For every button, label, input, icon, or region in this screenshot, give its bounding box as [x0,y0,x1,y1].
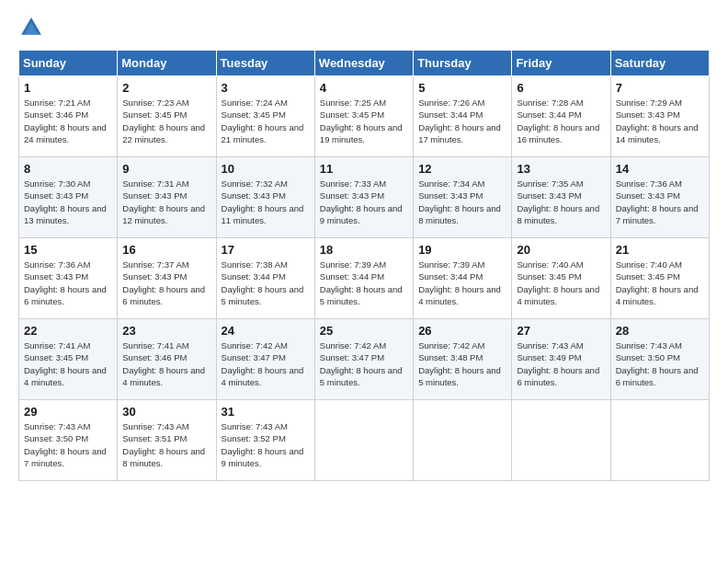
day-number: 10 [222,162,310,176]
header-cell-monday: Monday [118,51,216,76]
day-cell: 7 Sunrise: 7:29 AM Sunset: 3:43 PM Dayli… [610,76,709,157]
day-cell: 9 Sunrise: 7:31 AM Sunset: 3:43 PM Dayli… [118,157,216,238]
day-number: 11 [320,162,408,176]
day-cell: 4 Sunrise: 7:25 AM Sunset: 3:45 PM Dayli… [314,76,413,157]
day-info: Sunrise: 7:41 AM Sunset: 3:45 PM Dayligh… [24,339,112,388]
day-number: 22 [24,324,112,338]
day-cell: 21 Sunrise: 7:40 AM Sunset: 3:45 PM Dayl… [610,238,709,319]
day-cell: 19 Sunrise: 7:39 AM Sunset: 3:44 PM Dayl… [414,238,512,319]
day-cell: 8 Sunrise: 7:30 AM Sunset: 3:43 PM Dayli… [19,157,118,238]
header-cell-tuesday: Tuesday [216,51,314,76]
calendar-header: SundayMondayTuesdayWednesdayThursdayFrid… [19,51,710,76]
day-info: Sunrise: 7:31 AM Sunset: 3:43 PM Dayligh… [122,178,210,226]
day-number: 30 [122,405,210,419]
day-cell: 20 Sunrise: 7:40 AM Sunset: 3:45 PM Dayl… [512,238,610,319]
day-info: Sunrise: 7:34 AM Sunset: 3:43 PM Dayligh… [418,178,506,226]
day-info: Sunrise: 7:39 AM Sunset: 3:44 PM Dayligh… [418,259,506,307]
day-number: 6 [517,81,605,95]
day-cell [610,400,709,481]
day-info: Sunrise: 7:32 AM Sunset: 3:43 PM Dayligh… [222,178,310,226]
day-cell: 15 Sunrise: 7:36 AM Sunset: 3:43 PM Dayl… [19,238,118,319]
day-cell: 18 Sunrise: 7:39 AM Sunset: 3:44 PM Dayl… [314,238,413,319]
day-info: Sunrise: 7:43 AM Sunset: 3:52 PM Dayligh… [222,420,310,469]
day-info: Sunrise: 7:43 AM Sunset: 3:50 PM Dayligh… [24,420,112,469]
day-number: 1 [24,81,112,95]
day-number: 12 [418,162,506,176]
day-info: Sunrise: 7:41 AM Sunset: 3:46 PM Dayligh… [122,339,210,388]
day-number: 28 [616,324,704,338]
day-number: 29 [24,405,112,419]
day-info: Sunrise: 7:40 AM Sunset: 3:45 PM Dayligh… [616,259,704,307]
day-info: Sunrise: 7:26 AM Sunset: 3:44 PM Dayligh… [418,97,506,145]
day-cell: 12 Sunrise: 7:34 AM Sunset: 3:43 PM Dayl… [414,157,512,238]
day-cell: 10 Sunrise: 7:32 AM Sunset: 3:43 PM Dayl… [216,157,314,238]
day-info: Sunrise: 7:43 AM Sunset: 3:50 PM Dayligh… [616,339,704,388]
day-info: Sunrise: 7:33 AM Sunset: 3:43 PM Dayligh… [320,178,408,226]
day-number: 7 [616,81,704,95]
day-number: 26 [418,324,506,338]
day-cell: 25 Sunrise: 7:42 AM Sunset: 3:47 PM Dayl… [314,319,413,400]
header-row: SundayMondayTuesdayWednesdayThursdayFrid… [19,51,710,76]
header [18,15,710,40]
day-number: 19 [418,243,506,257]
day-cell: 2 Sunrise: 7:23 AM Sunset: 3:45 PM Dayli… [118,76,216,157]
day-info: Sunrise: 7:36 AM Sunset: 3:43 PM Dayligh… [616,178,704,226]
day-cell: 24 Sunrise: 7:42 AM Sunset: 3:47 PM Dayl… [216,319,314,400]
day-cell: 29 Sunrise: 7:43 AM Sunset: 3:50 PM Dayl… [19,400,118,481]
day-number: 31 [222,405,310,419]
day-number: 3 [222,81,310,95]
day-number: 8 [24,162,112,176]
day-number: 23 [122,324,210,338]
day-number: 13 [517,162,605,176]
week-row-3: 15 Sunrise: 7:36 AM Sunset: 3:43 PM Dayl… [19,238,710,319]
day-number: 4 [320,81,408,95]
day-number: 18 [320,243,408,257]
day-cell: 16 Sunrise: 7:37 AM Sunset: 3:43 PM Dayl… [118,238,216,319]
day-number: 5 [418,81,506,95]
day-info: Sunrise: 7:36 AM Sunset: 3:43 PM Dayligh… [24,259,112,307]
day-number: 9 [122,162,210,176]
day-cell: 26 Sunrise: 7:42 AM Sunset: 3:48 PM Dayl… [414,319,512,400]
week-row-4: 22 Sunrise: 7:41 AM Sunset: 3:45 PM Dayl… [19,319,710,400]
day-info: Sunrise: 7:28 AM Sunset: 3:44 PM Dayligh… [517,97,605,145]
week-row-1: 1 Sunrise: 7:21 AM Sunset: 3:46 PM Dayli… [19,76,710,157]
day-cell: 28 Sunrise: 7:43 AM Sunset: 3:50 PM Dayl… [610,319,709,400]
day-info: Sunrise: 7:24 AM Sunset: 3:45 PM Dayligh… [222,97,310,145]
day-number: 2 [122,81,210,95]
header-cell-friday: Friday [512,51,610,76]
day-info: Sunrise: 7:25 AM Sunset: 3:45 PM Dayligh… [320,97,408,145]
day-cell: 14 Sunrise: 7:36 AM Sunset: 3:43 PM Dayl… [610,157,709,238]
day-info: Sunrise: 7:42 AM Sunset: 3:47 PM Dayligh… [222,339,310,388]
day-cell: 5 Sunrise: 7:26 AM Sunset: 3:44 PM Dayli… [414,76,512,157]
day-cell: 3 Sunrise: 7:24 AM Sunset: 3:45 PM Dayli… [216,76,314,157]
day-cell: 6 Sunrise: 7:28 AM Sunset: 3:44 PM Dayli… [512,76,610,157]
day-cell: 13 Sunrise: 7:35 AM Sunset: 3:43 PM Dayl… [512,157,610,238]
header-cell-saturday: Saturday [610,51,709,76]
header-cell-sunday: Sunday [19,51,118,76]
calendar-body: 1 Sunrise: 7:21 AM Sunset: 3:46 PM Dayli… [19,76,710,481]
day-number: 21 [616,243,704,257]
page: SundayMondayTuesdayWednesdayThursdayFrid… [0,0,728,563]
day-number: 15 [24,243,112,257]
day-number: 17 [222,243,310,257]
day-info: Sunrise: 7:40 AM Sunset: 3:45 PM Dayligh… [517,259,605,307]
day-info: Sunrise: 7:35 AM Sunset: 3:43 PM Dayligh… [517,178,605,226]
logo [18,15,48,40]
day-info: Sunrise: 7:39 AM Sunset: 3:44 PM Dayligh… [320,259,408,307]
day-number: 14 [616,162,704,176]
header-cell-wednesday: Wednesday [314,51,413,76]
day-cell [512,400,610,481]
day-cell: 22 Sunrise: 7:41 AM Sunset: 3:45 PM Dayl… [19,319,118,400]
day-info: Sunrise: 7:21 AM Sunset: 3:46 PM Dayligh… [24,97,112,145]
day-number: 27 [517,324,605,338]
day-number: 16 [122,243,210,257]
day-number: 20 [517,243,605,257]
day-info: Sunrise: 7:23 AM Sunset: 3:45 PM Dayligh… [122,97,210,145]
day-cell: 27 Sunrise: 7:43 AM Sunset: 3:49 PM Dayl… [512,319,610,400]
day-info: Sunrise: 7:43 AM Sunset: 3:49 PM Dayligh… [517,339,605,388]
week-row-2: 8 Sunrise: 7:30 AM Sunset: 3:43 PM Dayli… [19,157,710,238]
day-cell [314,400,413,481]
day-cell: 30 Sunrise: 7:43 AM Sunset: 3:51 PM Dayl… [118,400,216,481]
day-number: 24 [222,324,310,338]
day-info: Sunrise: 7:43 AM Sunset: 3:51 PM Dayligh… [122,420,210,469]
